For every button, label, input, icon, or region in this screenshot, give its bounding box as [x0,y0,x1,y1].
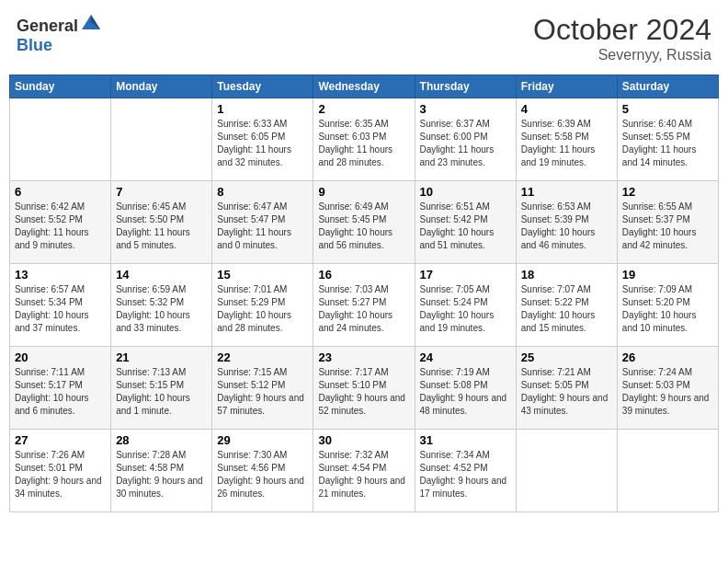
day-number: 3 [420,102,511,116]
day-info: Sunrise: 6:40 AMSunset: 5:55 PMDaylight:… [622,118,713,169]
day-info: Sunrise: 7:07 AMSunset: 5:22 PMDaylight:… [521,283,612,335]
calendar-cell [617,430,718,512]
day-number: 4 [521,102,612,116]
month-year-title: October 2024 [533,13,711,47]
calendar-cell: 14Sunrise: 6:59 AMSunset: 5:32 PMDayligh… [111,264,212,347]
logo: General Blue [17,13,102,55]
weekday-header-wednesday: Wednesday [313,75,415,98]
weekday-header-saturday: Saturday [617,75,718,98]
day-info: Sunrise: 6:45 AMSunset: 5:50 PMDaylight:… [116,201,207,252]
calendar-cell: 23Sunrise: 7:17 AMSunset: 5:10 PMDayligh… [313,347,415,430]
day-info: Sunrise: 7:32 AMSunset: 4:54 PMDaylight:… [318,449,409,500]
calendar-week-row: 6Sunrise: 6:42 AMSunset: 5:52 PMDaylight… [10,181,719,264]
calendar-cell: 24Sunrise: 7:19 AMSunset: 5:08 PMDayligh… [415,347,516,430]
day-number: 7 [116,185,207,199]
calendar-cell: 26Sunrise: 7:24 AMSunset: 5:03 PMDayligh… [617,347,718,430]
title-block: October 2024 Severnyy, Russia [533,13,711,63]
day-number: 29 [217,433,308,447]
calendar-cell: 17Sunrise: 7:05 AMSunset: 5:24 PMDayligh… [415,264,516,347]
calendar-cell: 28Sunrise: 7:28 AMSunset: 4:58 PMDayligh… [111,430,212,512]
day-number: 23 [318,350,409,364]
day-info: Sunrise: 6:42 AMSunset: 5:52 PMDaylight:… [15,201,106,252]
day-info: Sunrise: 7:17 AMSunset: 5:10 PMDaylight:… [318,366,409,418]
day-info: Sunrise: 6:47 AMSunset: 5:47 PMDaylight:… [217,201,308,252]
calendar-cell: 2Sunrise: 6:35 AMSunset: 6:03 PMDaylight… [313,98,415,181]
day-info: Sunrise: 7:05 AMSunset: 5:24 PMDaylight:… [420,283,511,335]
day-info: Sunrise: 7:34 AMSunset: 4:52 PMDaylight:… [420,449,511,500]
day-info: Sunrise: 6:51 AMSunset: 5:42 PMDaylight:… [420,201,511,252]
day-number: 24 [420,350,511,364]
weekday-header-tuesday: Tuesday [212,75,313,98]
day-info: Sunrise: 6:53 AMSunset: 5:39 PMDaylight:… [521,201,612,252]
calendar-cell: 12Sunrise: 6:55 AMSunset: 5:37 PMDayligh… [617,181,718,264]
page-header: General Blue October 2024 Severnyy, Russ… [9,9,719,67]
day-info: Sunrise: 6:49 AMSunset: 5:45 PMDaylight:… [318,201,409,252]
day-number: 15 [217,268,308,282]
day-number: 27 [15,433,106,447]
calendar-cell [10,98,111,181]
calendar-cell: 16Sunrise: 7:03 AMSunset: 5:27 PMDayligh… [313,264,415,347]
day-info: Sunrise: 7:15 AMSunset: 5:12 PMDaylight:… [217,366,308,418]
day-number: 20 [15,350,106,364]
calendar-cell: 20Sunrise: 7:11 AMSunset: 5:17 PMDayligh… [10,347,111,430]
day-info: Sunrise: 6:55 AMSunset: 5:37 PMDaylight:… [622,201,713,252]
day-info: Sunrise: 7:24 AMSunset: 5:03 PMDaylight:… [622,366,713,418]
day-info: Sunrise: 7:01 AMSunset: 5:29 PMDaylight:… [217,283,308,335]
calendar-cell: 22Sunrise: 7:15 AMSunset: 5:12 PMDayligh… [212,347,313,430]
day-info: Sunrise: 7:09 AMSunset: 5:20 PMDaylight:… [622,283,713,335]
day-info: Sunrise: 7:11 AMSunset: 5:17 PMDaylight:… [15,366,106,418]
calendar-cell: 13Sunrise: 6:57 AMSunset: 5:34 PMDayligh… [10,264,111,347]
calendar-cell: 3Sunrise: 6:37 AMSunset: 6:00 PMDaylight… [415,98,516,181]
day-info: Sunrise: 6:57 AMSunset: 5:34 PMDaylight:… [15,283,106,335]
calendar-cell: 1Sunrise: 6:33 AMSunset: 6:05 PMDaylight… [212,98,313,181]
calendar-cell: 10Sunrise: 6:51 AMSunset: 5:42 PMDayligh… [415,181,516,264]
day-info: Sunrise: 7:28 AMSunset: 4:58 PMDaylight:… [116,449,207,500]
day-info: Sunrise: 6:37 AMSunset: 6:00 PMDaylight:… [420,118,511,169]
day-number: 26 [622,350,713,364]
day-number: 11 [521,185,612,199]
day-number: 19 [622,268,713,282]
day-number: 13 [15,268,106,282]
day-info: Sunrise: 7:21 AMSunset: 5:05 PMDaylight:… [521,366,612,418]
day-info: Sunrise: 6:33 AMSunset: 6:05 PMDaylight:… [217,118,308,169]
weekday-header-friday: Friday [516,75,617,98]
calendar-cell: 5Sunrise: 6:40 AMSunset: 5:55 PMDaylight… [617,98,718,181]
calendar-week-row: 27Sunrise: 7:26 AMSunset: 5:01 PMDayligh… [10,430,719,512]
day-info: Sunrise: 6:59 AMSunset: 5:32 PMDaylight:… [116,283,207,335]
day-info: Sunrise: 6:39 AMSunset: 5:58 PMDaylight:… [521,118,612,169]
weekday-header-monday: Monday [111,75,212,98]
weekday-header-row: SundayMondayTuesdayWednesdayThursdayFrid… [10,75,719,98]
calendar-cell [516,430,617,512]
day-number: 17 [420,268,511,282]
day-info: Sunrise: 6:35 AMSunset: 6:03 PMDaylight:… [318,118,409,169]
day-info: Sunrise: 7:13 AMSunset: 5:15 PMDaylight:… [116,366,207,418]
location-text: Severnyy, Russia [533,47,711,63]
day-info: Sunrise: 7:03 AMSunset: 5:27 PMDaylight:… [318,283,409,335]
calendar-cell: 30Sunrise: 7:32 AMSunset: 4:54 PMDayligh… [313,430,415,512]
day-number: 22 [217,350,308,364]
calendar-cell [111,98,212,181]
calendar-cell: 27Sunrise: 7:26 AMSunset: 5:01 PMDayligh… [10,430,111,512]
day-info: Sunrise: 7:19 AMSunset: 5:08 PMDaylight:… [420,366,511,418]
day-number: 6 [15,185,106,199]
calendar-table: SundayMondayTuesdayWednesdayThursdayFrid… [9,75,719,512]
calendar-week-row: 20Sunrise: 7:11 AMSunset: 5:17 PMDayligh… [10,347,719,430]
day-number: 10 [420,185,511,199]
calendar-cell: 29Sunrise: 7:30 AMSunset: 4:56 PMDayligh… [212,430,313,512]
calendar-cell: 25Sunrise: 7:21 AMSunset: 5:05 PMDayligh… [516,347,617,430]
weekday-header-sunday: Sunday [10,75,111,98]
day-number: 28 [116,433,207,447]
calendar-cell: 8Sunrise: 6:47 AMSunset: 5:47 PMDaylight… [212,181,313,264]
day-number: 21 [116,350,207,364]
day-number: 18 [521,268,612,282]
day-number: 1 [217,102,308,116]
calendar-cell: 21Sunrise: 7:13 AMSunset: 5:15 PMDayligh… [111,347,212,430]
day-number: 5 [622,102,713,116]
calendar-cell: 18Sunrise: 7:07 AMSunset: 5:22 PMDayligh… [516,264,617,347]
calendar-cell: 11Sunrise: 6:53 AMSunset: 5:39 PMDayligh… [516,181,617,264]
calendar-week-row: 1Sunrise: 6:33 AMSunset: 6:05 PMDaylight… [10,98,719,181]
day-number: 30 [318,433,409,447]
calendar-week-row: 13Sunrise: 6:57 AMSunset: 5:34 PMDayligh… [10,264,719,347]
calendar-cell: 19Sunrise: 7:09 AMSunset: 5:20 PMDayligh… [617,264,718,347]
logo-blue-text: Blue [17,36,52,54]
